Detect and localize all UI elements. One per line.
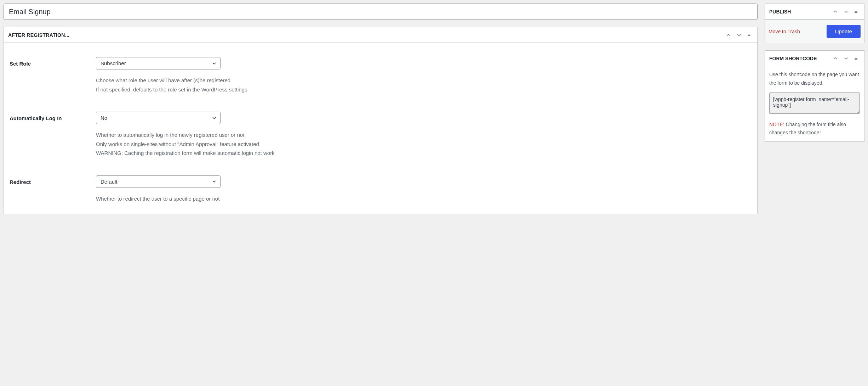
svg-marker-2 (854, 57, 857, 60)
publish-metabox: PUBLISH (765, 4, 864, 43)
move-down-button[interactable] (841, 55, 851, 62)
handle-actions (724, 31, 753, 39)
triangle-up-icon (853, 56, 858, 61)
set-role-label: Set Role (10, 57, 96, 67)
set-role-select[interactable]: Subscriber (96, 57, 221, 69)
chevron-up-icon (832, 55, 839, 62)
move-up-button[interactable] (831, 55, 840, 62)
shortcode-textarea[interactable]: [wppb-register form_name="email-signup"] (769, 93, 860, 114)
triangle-up-icon (853, 9, 858, 14)
redirect-help: Whether to redirect the user to a specif… (96, 194, 752, 203)
toggle-panel-button[interactable] (852, 9, 860, 15)
auto-login-row: Automatically Log In No Whether to autom… (10, 112, 752, 158)
metabox-header: AFTER REGISTRATION... (4, 27, 757, 43)
shortcode-note: NOTE: Changing the form title also chang… (769, 121, 860, 138)
note-label: NOTE: (769, 122, 784, 127)
chevron-down-icon (843, 55, 849, 62)
redirect-row: Redirect Default Whether to redirect the… (10, 175, 752, 203)
auto-login-label: Automatically Log In (10, 112, 96, 121)
form-shortcode-heading: FORM SHORTCODE (769, 56, 817, 61)
move-up-button[interactable] (831, 8, 840, 16)
move-down-button[interactable] (735, 31, 744, 39)
handle-actions (831, 8, 860, 16)
metabox-header: PUBLISH (765, 4, 864, 19)
toggle-panel-button[interactable] (852, 55, 860, 62)
redirect-select[interactable]: Default (96, 175, 221, 188)
chevron-down-icon (843, 9, 849, 15)
svg-marker-0 (747, 34, 750, 36)
update-button[interactable]: Update (827, 25, 861, 38)
chevron-up-icon (832, 9, 839, 15)
auto-login-help: Whether to automatically log in the newl… (96, 130, 752, 158)
metabox-header: FORM SHORTCODE (765, 51, 864, 66)
svg-marker-1 (854, 11, 857, 13)
redirect-label: Redirect (10, 175, 96, 185)
set-role-row: Set Role Subscriber Choose what role the… (10, 57, 752, 94)
move-to-trash-link[interactable]: Move to Trash (769, 29, 800, 34)
shortcode-description: Use this shortcode on the page you want … (769, 71, 860, 88)
handle-actions (831, 55, 860, 62)
set-role-help: Choose what role the user will have afte… (96, 76, 752, 94)
form-shortcode-metabox: FORM SHORTCODE (765, 50, 864, 142)
toggle-panel-button[interactable] (745, 32, 753, 38)
after-registration-metabox: AFTER REGISTRATION... (4, 27, 758, 214)
triangle-up-icon (747, 33, 752, 38)
move-up-button[interactable] (724, 31, 733, 39)
move-down-button[interactable] (841, 8, 851, 16)
after-registration-heading: AFTER REGISTRATION... (8, 32, 69, 38)
auto-login-select[interactable]: No (96, 112, 221, 124)
chevron-down-icon (736, 32, 742, 38)
publish-heading: PUBLISH (769, 9, 791, 15)
form-title-input[interactable] (4, 4, 758, 20)
chevron-up-icon (725, 32, 732, 38)
